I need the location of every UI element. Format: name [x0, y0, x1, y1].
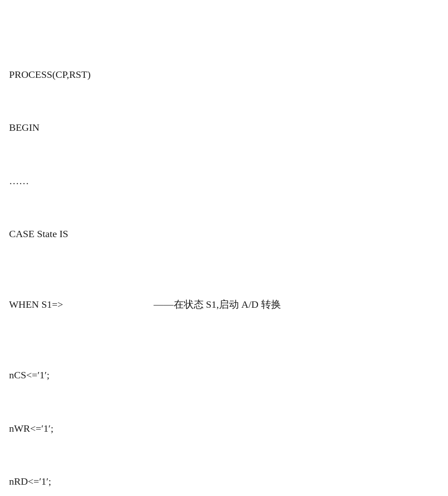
line-case-state: CASE State IS [9, 225, 439, 243]
line-nrd-1: nRD<=′1′; [9, 473, 439, 491]
line-nwr-1: nWR<=′1′; [9, 420, 439, 438]
when-s1-code: WHEN S1=> [9, 296, 63, 314]
code-block: PROCESS(CP,RST) BEGIN …… CASE State IS W… [9, 14, 439, 496]
line-process: PROCESS(CP,RST) [9, 66, 439, 84]
when-s1-comment: ——在状态 S1,启动 A/D 转换 [154, 296, 281, 314]
line-dots: …… [9, 172, 439, 190]
line-ncs-1: nCS<=′1′; [9, 367, 439, 384]
line-begin: BEGIN [9, 119, 439, 137]
line-when-s1: WHEN S1=> ——在状态 S1,启动 A/D 转换 [9, 296, 439, 314]
